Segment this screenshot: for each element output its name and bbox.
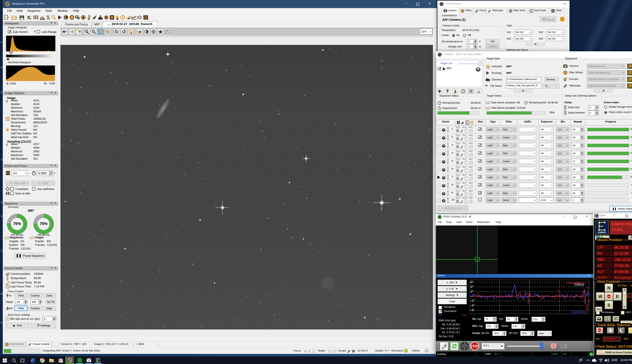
svg-text:-4": -4" (470, 304, 475, 308)
svg-text:STOP: STOP (607, 296, 611, 297)
svg-text:STOP: STOP (470, 344, 479, 348)
svg-text:Σ: Σ (47, 15, 50, 20)
svg-text:-6": -6" (470, 308, 475, 312)
svg-text:STOP: STOP (598, 330, 602, 331)
svg-text:-2": -2" (470, 299, 475, 303)
svg-text:6": 6" (470, 280, 474, 284)
svg-text:4": 4" (470, 285, 474, 289)
svg-text:Dither: Dither (574, 282, 584, 286)
svg-text:2": 2" (470, 290, 474, 293)
svg-text:GuideEast: GuideEast (571, 310, 587, 314)
